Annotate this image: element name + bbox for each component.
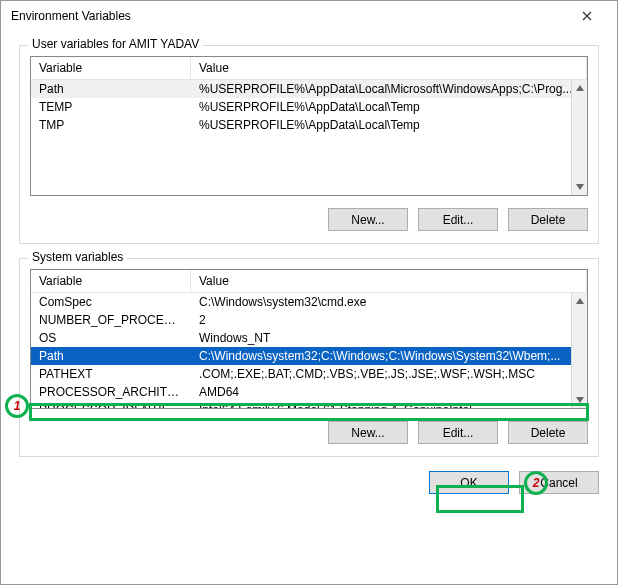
user-edit-button[interactable]: Edit...: [418, 208, 498, 231]
variable-name: OS: [31, 329, 191, 347]
scroll-down-icon[interactable]: [572, 179, 587, 195]
variable-name: Path: [31, 347, 191, 365]
scroll-up-icon[interactable]: [572, 293, 587, 309]
close-icon: [582, 11, 592, 21]
variable-name: PATHEXT: [31, 365, 191, 383]
table-row[interactable]: PROCESSOR_IDENTIFIERIntel64 Family 6 Mod…: [31, 401, 587, 408]
user-new-button[interactable]: New...: [328, 208, 408, 231]
variable-name: PROCESSOR_IDENTIFIER: [31, 401, 191, 408]
list-header: Variable Value: [31, 270, 587, 293]
user-delete-button[interactable]: Delete: [508, 208, 588, 231]
scroll-up-icon[interactable]: [572, 80, 587, 96]
column-header-variable[interactable]: Variable: [31, 57, 191, 79]
variable-value: AMD64: [191, 383, 587, 401]
column-header-variable[interactable]: Variable: [31, 270, 191, 292]
dialog-button-row: OK Cancel: [1, 457, 617, 494]
table-row[interactable]: TMP%USERPROFILE%\AppData\Local\Temp: [31, 116, 587, 134]
environment-variables-dialog: Environment Variables User variables for…: [0, 0, 618, 585]
variable-name: ComSpec: [31, 293, 191, 311]
table-row[interactable]: ComSpecC:\Windows\system32\cmd.exe: [31, 293, 587, 311]
table-row[interactable]: OSWindows_NT: [31, 329, 587, 347]
column-header-value[interactable]: Value: [191, 57, 587, 79]
table-row[interactable]: PATHEXT.COM;.EXE;.BAT;.CMD;.VBS;.VBE;.JS…: [31, 365, 587, 383]
table-row[interactable]: NUMBER_OF_PROCESSORS2: [31, 311, 587, 329]
variable-value: %USERPROFILE%\AppData\Local\Temp: [191, 116, 587, 134]
table-row[interactable]: Path%USERPROFILE%\AppData\Local\Microsof…: [31, 80, 587, 98]
cancel-button[interactable]: Cancel: [519, 471, 599, 494]
user-variables-list[interactable]: Variable Value Path%USERPROFILE%\AppData…: [30, 56, 588, 196]
scrollbar[interactable]: [571, 80, 587, 195]
window-title: Environment Variables: [11, 9, 567, 23]
system-variables-label: System variables: [28, 250, 127, 264]
variable-value: C:\Windows\system32;C:\Windows;C:\Window…: [191, 347, 587, 365]
titlebar: Environment Variables: [1, 1, 617, 31]
user-variables-group: User variables for AMIT YADAV Variable V…: [19, 45, 599, 244]
variable-name: PROCESSOR_ARCHITECTURE: [31, 383, 191, 401]
variable-value: %USERPROFILE%\AppData\Local\Microsoft\Wi…: [191, 80, 587, 98]
variable-value: 2: [191, 311, 587, 329]
variable-value: C:\Windows\system32\cmd.exe: [191, 293, 587, 311]
user-button-row: New... Edit... Delete: [30, 206, 588, 233]
ok-button[interactable]: OK: [429, 471, 509, 494]
system-edit-button[interactable]: Edit...: [418, 421, 498, 444]
variable-name: TMP: [31, 116, 191, 134]
variable-name: NUMBER_OF_PROCESSORS: [31, 311, 191, 329]
list-header: Variable Value: [31, 57, 587, 80]
variable-value: Intel64 Family 6 Model 61 Stepping 4, Ge…: [191, 401, 587, 408]
table-row[interactable]: TEMP%USERPROFILE%\AppData\Local\Temp: [31, 98, 587, 116]
system-button-row: New... Edit... Delete: [30, 419, 588, 446]
variable-name: TEMP: [31, 98, 191, 116]
variable-value: .COM;.EXE;.BAT;.CMD;.VBS;.VBE;.JS;.JSE;.…: [191, 365, 587, 383]
close-button[interactable]: [567, 2, 607, 30]
variable-value: %USERPROFILE%\AppData\Local\Temp: [191, 98, 587, 116]
table-row[interactable]: PathC:\Windows\system32;C:\Windows;C:\Wi…: [31, 347, 587, 365]
system-variables-group: System variables Variable Value ComSpecC…: [19, 258, 599, 457]
system-new-button[interactable]: New...: [328, 421, 408, 444]
scrollbar[interactable]: [571, 293, 587, 408]
system-delete-button[interactable]: Delete: [508, 421, 588, 444]
column-header-value[interactable]: Value: [191, 270, 587, 292]
variable-value: Windows_NT: [191, 329, 587, 347]
system-variables-list[interactable]: Variable Value ComSpecC:\Windows\system3…: [30, 269, 588, 409]
variable-name: Path: [31, 80, 191, 98]
table-row[interactable]: PROCESSOR_ARCHITECTUREAMD64: [31, 383, 587, 401]
scroll-down-icon[interactable]: [572, 392, 587, 408]
user-variables-label: User variables for AMIT YADAV: [28, 37, 203, 51]
